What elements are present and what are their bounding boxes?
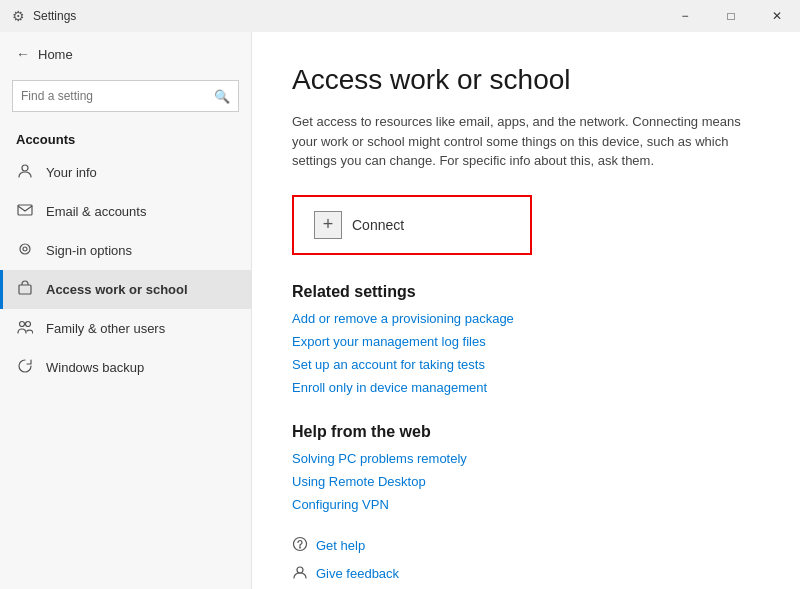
related-link-enroll-device[interactable]: Enroll only in device management [292,380,760,395]
sidebar-item-your-info[interactable]: Your info [0,153,251,192]
sidebar-item-email[interactable]: Email & accounts [0,192,251,231]
give-feedback-label: Give feedback [316,566,399,581]
get-help-icon [292,536,308,556]
sidebar-item-family-label: Family & other users [46,321,165,336]
search-icon: 🔍 [214,89,230,104]
give-feedback-icon [292,564,308,584]
give-feedback-link[interactable]: Give feedback [292,564,760,584]
sidebar-section-title: Accounts [0,124,251,153]
help-link-solving-pc[interactable]: Solving PC problems remotely [292,451,760,466]
sidebar: ← Home 🔍 Accounts Your info Email & acco… [0,32,252,589]
sidebar-home-back[interactable]: ← Home [0,32,251,76]
email-icon [16,202,34,221]
sidebar-home-label: Home [38,47,73,62]
related-settings-title: Related settings [292,283,760,301]
footer-links: Get help Give feedback [292,536,760,584]
svg-point-5 [20,322,25,327]
main-panel: Access work or school Get access to reso… [252,32,800,589]
close-button[interactable]: ✕ [754,0,800,32]
sidebar-item-windows-backup[interactable]: Windows backup [0,348,251,387]
sidebar-item-signin-label: Sign-in options [46,243,132,258]
sidebar-item-windows-backup-label: Windows backup [46,360,144,375]
help-web-section: Help from the web Solving PC problems re… [292,423,760,512]
svg-point-3 [23,247,27,251]
help-links: Solving PC problems remotely Using Remot… [292,451,760,512]
help-link-remote-desktop[interactable]: Using Remote Desktop [292,474,760,489]
sidebar-item-your-info-label: Your info [46,165,97,180]
title-bar-left: ⚙ Settings [12,8,76,24]
page-description: Get access to resources like email, apps… [292,112,760,171]
svg-point-6 [26,322,31,327]
title-bar-title: Settings [33,9,76,23]
connect-button[interactable]: + Connect [292,195,532,255]
related-link-account-tests[interactable]: Set up an account for taking tests [292,357,760,372]
help-link-vpn[interactable]: Configuring VPN [292,497,760,512]
title-bar: ⚙ Settings − □ ✕ [0,0,800,32]
svg-point-8 [297,567,303,573]
windows-backup-icon [16,358,34,377]
title-bar-back-icon: ⚙ [12,8,25,24]
svg-rect-1 [18,205,32,215]
related-link-management-log[interactable]: Export your management log files [292,334,760,349]
access-work-icon [16,280,34,299]
sidebar-item-access-work-label: Access work or school [46,282,188,297]
related-link-provisioning[interactable]: Add or remove a provisioning package [292,311,760,326]
connect-plus-icon: + [314,211,342,239]
back-arrow-icon: ← [16,46,30,62]
minimize-button[interactable]: − [662,0,708,32]
svg-point-0 [22,165,28,171]
family-icon [16,319,34,338]
svg-point-2 [20,244,30,254]
sidebar-item-family[interactable]: Family & other users [0,309,251,348]
maximize-button[interactable]: □ [708,0,754,32]
related-links: Add or remove a provisioning package Exp… [292,311,760,395]
app-container: ← Home 🔍 Accounts Your info Email & acco… [0,32,800,589]
svg-rect-4 [19,285,31,294]
help-web-title: Help from the web [292,423,760,441]
search-input[interactable] [21,89,208,103]
connect-label: Connect [352,217,404,233]
sidebar-item-signin[interactable]: Sign-in options [0,231,251,270]
related-settings-section: Related settings Add or remove a provisi… [292,283,760,395]
get-help-label: Get help [316,538,365,553]
your-info-icon [16,163,34,182]
signin-icon [16,241,34,260]
get-help-link[interactable]: Get help [292,536,760,556]
sidebar-item-access-work[interactable]: Access work or school [0,270,251,309]
title-bar-controls: − □ ✕ [662,0,800,32]
search-box[interactable]: 🔍 [12,80,239,112]
page-title: Access work or school [292,64,760,96]
sidebar-item-email-label: Email & accounts [46,204,146,219]
